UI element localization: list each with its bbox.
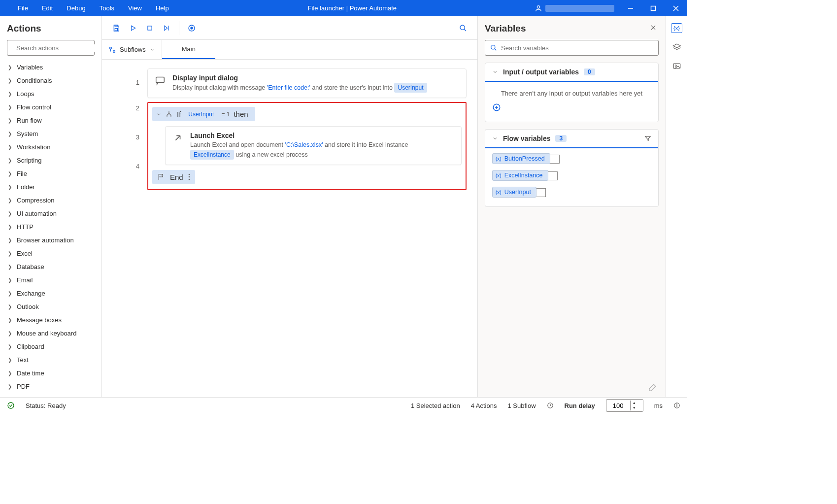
action-category[interactable]: ❯Excel (7, 247, 95, 260)
rail-image-button[interactable] (672, 62, 681, 70)
action-category[interactable]: ❯Variables (7, 61, 95, 74)
menu-view[interactable]: View (122, 1, 148, 15)
action-category[interactable]: ❯Folder (7, 180, 95, 194)
step-end[interactable]: End (152, 170, 195, 184)
user-badge[interactable] (530, 4, 619, 12)
action-category[interactable]: ❯Message boxes (7, 313, 95, 327)
step-launch-excel[interactable]: Launch Excel Launch Excel and open docum… (165, 126, 462, 165)
action-category[interactable]: ❯Browser automation (7, 234, 95, 247)
svg-rect-8 (115, 28, 117, 31)
menu-debug[interactable]: Debug (61, 1, 91, 15)
branch-icon (165, 110, 173, 118)
rail-layers-button[interactable] (672, 43, 681, 52)
action-category[interactable]: ❯Mouse and keyboard (7, 327, 95, 340)
step-description: Display input dialog with message 'Enter… (172, 83, 427, 93)
action-category[interactable]: ❯Clipboard (7, 340, 95, 353)
step-display-input-dialog[interactable]: Display input dialog Display input dialo… (147, 68, 467, 98)
io-variables-section: Input / output variables 0 There aren't … (485, 63, 659, 122)
action-category[interactable]: ❯Compression (7, 194, 95, 207)
variable-pill-userinput[interactable]: UserInput (185, 110, 217, 118)
action-category-label: Mouse and keyboard (17, 330, 76, 337)
action-category[interactable]: ❯UI automation (7, 207, 95, 220)
spin-up[interactable]: ▲ (631, 401, 638, 405)
svg-rect-7 (115, 25, 117, 27)
action-category[interactable]: ❯Outlook (7, 300, 95, 313)
step-if[interactable]: If UserInput = 1 then (152, 107, 255, 121)
action-category-label: Text (17, 356, 29, 364)
add-io-variable-button[interactable] (492, 103, 651, 112)
stop-button[interactable] (142, 21, 157, 35)
action-category[interactable]: ❯File (7, 167, 95, 180)
spin-down[interactable]: ▼ (631, 405, 638, 410)
io-variables-header[interactable]: Input / output variables 0 (485, 63, 658, 82)
chevron-right-icon: ❯ (8, 384, 12, 389)
status-ok-icon (7, 402, 15, 409)
chevron-down-icon (150, 47, 155, 52)
chevron-down-icon[interactable] (156, 112, 161, 117)
filter-button[interactable] (644, 135, 651, 142)
step-description: Launch Excel and open document 'C:\Sales… (190, 140, 408, 160)
flow-variables-header[interactable]: Flow variables 3 (485, 130, 658, 148)
chevron-right-icon: ❯ (8, 91, 12, 97)
window-maximize[interactable] (642, 0, 665, 16)
action-category[interactable]: ❯Text (7, 353, 95, 367)
save-button[interactable] (109, 21, 124, 35)
window-close[interactable] (665, 0, 687, 16)
actions-search-input[interactable] (16, 44, 99, 52)
action-category[interactable]: ❯Scripting (7, 154, 95, 167)
action-category[interactable]: ❯Exchange (7, 287, 95, 300)
svg-rect-2 (651, 6, 656, 10)
run-delay-value[interactable] (606, 402, 630, 409)
line-number: 1 (102, 69, 139, 95)
action-category[interactable]: ❯Flow control (7, 101, 95, 114)
action-category[interactable]: ❯System (7, 127, 95, 140)
rail-variables-button[interactable]: {x} (671, 23, 682, 33)
flow-variable-chip[interactable]: (x) ExcelInstance (492, 170, 548, 181)
chevron-down-icon (492, 69, 498, 75)
run-button[interactable] (126, 21, 140, 35)
action-category[interactable]: ❯Run flow (7, 114, 95, 127)
dialog-icon (155, 75, 166, 86)
action-category[interactable]: ❯Email (7, 273, 95, 287)
search-flow-button[interactable] (456, 21, 470, 35)
svg-rect-10 (148, 26, 152, 30)
tab-main[interactable]: Main (162, 40, 215, 59)
run-delay-label: Run delay (565, 402, 595, 409)
step-button[interactable] (159, 21, 174, 35)
chevron-right-icon: ❯ (8, 370, 12, 376)
close-variables-button[interactable] (650, 24, 657, 31)
action-category[interactable]: ❯Conditionals (7, 74, 95, 87)
action-category[interactable]: ❯Date time (7, 367, 95, 380)
more-icon[interactable] (188, 173, 190, 180)
status-actions: 4 Actions (471, 402, 497, 409)
action-category[interactable]: ❯Workstation (7, 140, 95, 154)
variable-pill-excelinstance[interactable]: ExcelInstance (190, 150, 234, 160)
action-category-label: Workstation (17, 143, 50, 151)
variable-pill-userinput[interactable]: UserInput (394, 83, 427, 93)
user-icon (535, 4, 542, 12)
menu-edit[interactable]: Edit (36, 1, 59, 15)
variables-search-input[interactable] (501, 44, 653, 52)
run-delay-input[interactable]: ▲▼ (606, 399, 643, 412)
action-category[interactable]: ❯HTTP (7, 220, 95, 234)
actions-search[interactable] (7, 40, 95, 56)
subflows-dropdown[interactable]: Subflows (102, 40, 162, 59)
action-category[interactable]: ❯PDF (7, 380, 95, 393)
eraser-icon[interactable] (648, 383, 657, 392)
action-category[interactable]: ❯Loops (7, 87, 95, 101)
status-selected: 1 Selected action (411, 402, 460, 409)
svg-point-37 (676, 404, 677, 404)
variables-search[interactable] (485, 40, 659, 56)
menu-help[interactable]: Help (150, 1, 175, 15)
record-button[interactable] (184, 21, 199, 35)
actions-category-list[interactable]: ❯Variables❯Conditionals❯Loops❯Flow contr… (7, 61, 95, 397)
svg-point-22 (188, 179, 190, 180)
window-minimize[interactable] (619, 0, 642, 16)
flow-variable-chip[interactable]: (x) ButtonPressed (492, 153, 550, 164)
flow-variable-chip[interactable]: (x) UserInput (492, 187, 536, 198)
menu-file[interactable]: File (12, 1, 34, 15)
info-icon[interactable] (673, 402, 680, 409)
menu-tools[interactable]: Tools (94, 1, 120, 15)
svg-point-32 (675, 65, 676, 67)
action-category[interactable]: ❯Database (7, 260, 95, 273)
